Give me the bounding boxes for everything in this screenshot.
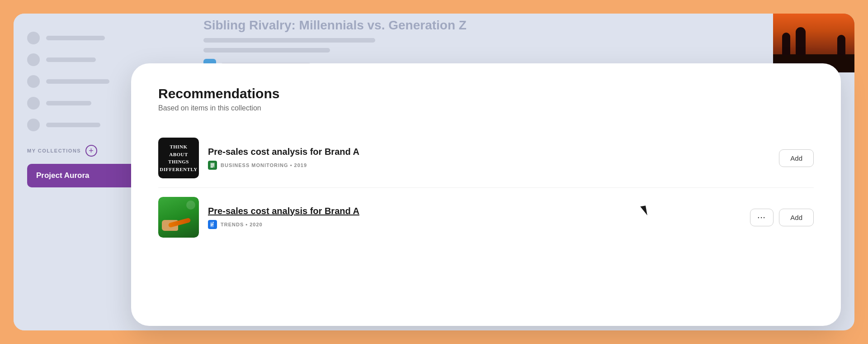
sidebar-avatar [27,119,40,131]
rec-actions-2: ··· Add [750,209,814,226]
recommendations-modal: Recommendations Based on items in this c… [131,63,841,326]
svg-rect-6 [211,224,213,224]
sidebar-line [46,36,105,40]
add-button-2[interactable]: Add [779,209,814,226]
sidebar-avatar [27,75,40,88]
recommendations-title: Recommendations [158,86,814,101]
rec-meta-text-2: TRENDS • 2020 [221,222,263,227]
svg-rect-7 [211,225,213,225]
sidebar-line [46,57,96,62]
recommendation-item-1: THINKABOUTTHINGSDIFFERENTLY Pre-sales co… [158,129,814,188]
svg-rect-3 [211,166,214,167]
rec-meta-text-1: BUSINESS MONITORING • 2019 [221,162,307,168]
recommendations-subtitle: Based on items in this collection [158,104,814,112]
add-collection-button[interactable]: + [85,145,97,157]
rec-title-1: Pre-sales cost analysis for Brand A [208,147,770,157]
recommendation-item-2: Pre-sales cost analysis for Brand A TREN… [158,188,814,247]
sidebar-avatar [27,97,40,110]
rec-title-2[interactable]: Pre-sales cost analysis for Brand A [208,206,741,216]
bg-line-2 [203,48,330,53]
rec-content-1: Pre-sales cost analysis for Brand A BUSI… [208,147,770,170]
sheets-svg [209,162,216,168]
rec-thumbnail-2 [158,197,199,238]
bg-line-1 [203,38,375,43]
sidebar-avatar [27,53,40,66]
my-collections-label: MY COLLECTIONS [27,148,81,153]
sheets-icon [208,161,217,170]
svg-rect-2 [211,164,214,165]
rec-meta-1: BUSINESS MONITORING • 2019 [208,161,770,170]
add-button-1[interactable]: Add [779,149,814,167]
rec-thumbnail-1: THINKABOUTTHINGSDIFFERENTLY [158,138,199,178]
sidebar-line [46,123,100,127]
sidebar-line [46,79,109,84]
more-button-2[interactable]: ··· [750,209,774,226]
svg-rect-4 [211,167,213,167]
sidebar-avatar [27,32,40,44]
docs-svg [209,221,216,228]
rec-meta-2: TRENDS • 2020 [208,220,741,229]
docs-icon [208,220,217,229]
svg-rect-8 [211,225,212,226]
sidebar-list-item [27,32,172,44]
rec-content-2: Pre-sales cost analysis for Brand A TREN… [208,206,741,229]
thumbnail-text-think: THINKABOUTTHINGSDIFFERENTLY [160,143,197,173]
sidebar-line [46,101,91,105]
bg-article-title: Sibling Rivalry: Millennials vs. Generat… [203,18,836,33]
rec-actions-1: Add [779,149,814,167]
svg-rect-1 [211,163,214,164]
